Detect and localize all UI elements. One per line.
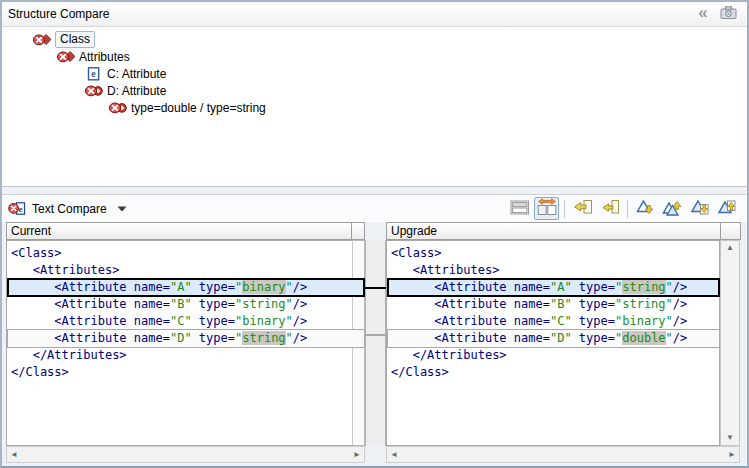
code-line[interactable]: <Attribute name="A" type="binary"/> [7,279,352,296]
scroll-left-icon[interactable]: ◄ [390,451,398,459]
code-segment: /> [673,314,687,328]
code-segment: "string" [615,297,673,311]
chevrons-left-icon: « [698,4,705,21]
code-segment: "B" [170,297,192,311]
code-line[interactable]: </Attributes> [387,347,719,364]
code-segment: </Class> [11,365,69,379]
code-segment: /> [293,331,307,345]
right-pane-header: Upgrade [386,222,721,240]
next-change-button[interactable] [687,197,712,220]
tree-item[interactable]: D: Attribute [2,82,747,99]
structure-compare-pane: Structure Compare « ClassAttributeseC: A… [2,2,747,187]
code-segment: <Attribute name= [11,314,170,328]
tree-item-label: Attributes [79,50,130,64]
right-source-pane[interactable]: <Class> <Attributes> <Attribute name="A"… [386,240,720,446]
code-segment: "A" [550,280,572,294]
left-horizontal-scrollbar[interactable]: ◄ ► [6,446,365,463]
text-compare-title: Text Compare [32,202,107,216]
code-segment: type= [572,314,615,328]
next-change-icon [689,199,710,219]
tree-item[interactable]: type=double / type=string [2,99,747,116]
svg-text:e: e [91,68,96,79]
code-segment: <Attribute name= [11,280,170,294]
code-line[interactable]: <Attribute name="C" type="binary"/> [387,313,719,330]
code-segment: " [286,280,293,294]
diff-changed-icon [57,50,75,64]
code-segment: /> [293,314,307,328]
previous-change-button[interactable] [714,197,739,220]
compare-editor-window: Structure Compare « ClassAttributeseC: A… [0,0,749,468]
scroll-right-icon[interactable]: ► [728,451,736,459]
copy-all-right-to-left-button[interactable] [570,197,595,220]
code-segment: " [666,331,673,345]
next-difference-button[interactable] [633,197,658,220]
code-line[interactable]: <Attribute name="D" type="string"/> [7,330,352,347]
side-by-side-layout-button[interactable] [534,197,559,220]
tree-item-label: Class [55,31,95,48]
left-pane-header-corner [351,222,365,240]
code-segment: type= [572,297,615,311]
code-line[interactable]: <Attribute name="C" type="binary"/> [7,313,352,330]
ancestor-pane-icon [510,199,530,219]
code-segment: <Attribute name= [11,297,170,311]
right-vertical-scrollbar[interactable]: ▲ ▼ [720,240,740,446]
copy-current-right-to-left-button[interactable] [597,197,622,220]
diff-changed-plus-icon [85,84,103,98]
code-segment: "C" [170,314,192,328]
mirror-panes-icon [537,198,557,219]
structure-compare-tree: ClassAttributeseC: AttributeD: Attribute… [2,27,747,116]
screenshot-button[interactable] [715,4,741,24]
code-segment: <Attributes> [391,263,499,277]
code-segment: "C" [550,314,572,328]
tree-item[interactable]: Class [2,31,747,48]
collapse-panel-button[interactable]: « [689,4,715,24]
toolbar-separator [564,200,565,218]
tree-item[interactable]: eC: Attribute [2,65,747,82]
code-segment: type= [192,280,235,294]
code-line[interactable]: <Attribute name="D" type="double"/> [387,330,719,347]
scroll-right-icon[interactable]: ► [353,451,361,459]
tree-item[interactable]: Attributes [2,48,747,65]
code-line[interactable]: <Class> [387,245,719,262]
code-segment: </Attributes> [391,348,507,362]
code-line[interactable]: </Class> [7,364,352,381]
scroll-down-icon[interactable]: ▼ [726,434,734,442]
right-pane-header-corner [720,222,741,240]
show-ancestor-pane-button[interactable] [507,197,532,220]
changed-word: binary [242,280,285,294]
code-line[interactable]: <Attribute name="A" type="string"/> [387,279,719,296]
code-line[interactable]: <Attributes> [7,262,352,279]
scroll-up-icon[interactable]: ▲ [726,244,734,252]
caret-down-icon[interactable] [117,206,127,212]
code-line[interactable]: <Attribute name="B" type="string"/> [387,296,719,313]
camera-icon [720,5,737,23]
tree-item-label: D: Attribute [107,84,166,98]
code-line[interactable]: <Class> [7,245,352,262]
code-segment: "D" [550,331,572,345]
code-line[interactable]: <Attributes> [387,262,719,279]
code-segment: <Class> [11,246,62,260]
right-source-code: <Class> <Attributes> <Attribute name="A"… [387,241,719,381]
left-source-pane[interactable]: <Class> <Attributes> <Attribute name="A"… [6,240,352,446]
scroll-left-icon[interactable]: ◄ [10,451,18,459]
element-e-icon: e [85,67,103,81]
code-segment: type= [572,280,615,294]
code-segment: " [286,331,293,345]
left-pane-title: Current [11,224,51,238]
code-line[interactable]: <Attribute name="B" type="string"/> [7,296,352,313]
next-diff-icon [635,199,656,219]
left-pane-header: Current [6,222,352,240]
tree-item-label: type=double / type=string [131,101,266,115]
svg-text:e: e [19,204,23,214]
code-line[interactable]: </Class> [387,364,719,381]
diff-changed-icon [33,33,51,47]
right-horizontal-scrollbar[interactable]: ◄ ► [386,446,740,463]
changed-word: string [622,280,665,294]
code-segment: "A" [170,280,192,294]
structure-compare-title: Structure Compare [8,7,109,21]
text-compare-toolbar [507,197,741,220]
code-segment: "B" [550,297,572,311]
code-line[interactable]: </Attributes> [7,347,352,364]
previous-difference-button[interactable] [660,197,685,220]
text-compare-icon: e [8,201,26,216]
